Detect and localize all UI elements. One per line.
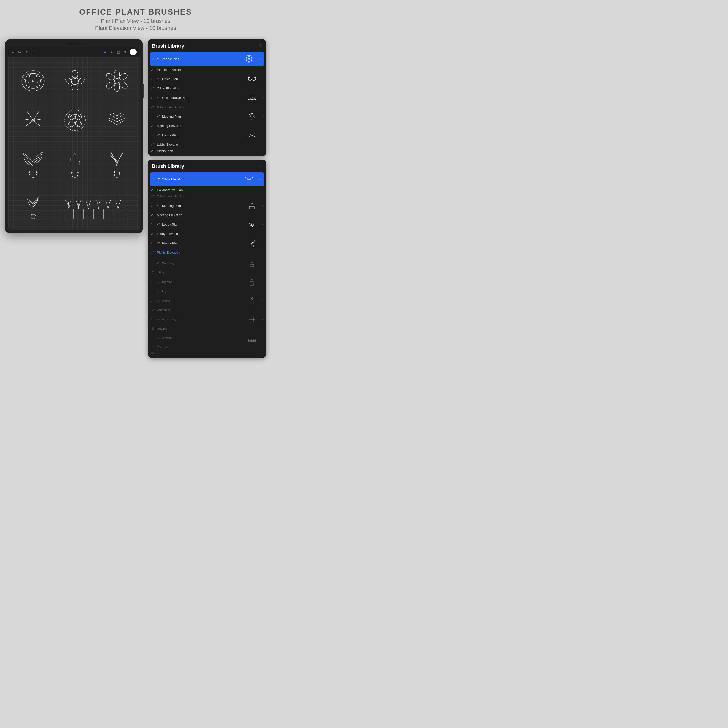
panel-1-plus[interactable]: + <box>259 43 262 49</box>
brush-item-2-lobby-elevation[interactable]: Lobby Elevation <box>148 231 266 237</box>
brush-item-2-collab-plan[interactable]: Collaborative Plan <box>148 187 266 193</box>
office-plan-label: Office Plan <box>162 77 243 81</box>
brush-icon-2-lp <box>156 222 160 226</box>
svg-point-14 <box>118 80 128 89</box>
svg-point-53 <box>152 271 154 274</box>
brush-item-people-elevation[interactable]: People Elevation <box>148 66 266 73</box>
svg-rect-50 <box>249 206 254 209</box>
panel-2-title: Brush Library <box>152 164 184 169</box>
num-2-5: 5 <box>151 262 154 265</box>
svg-rect-55 <box>152 290 154 292</box>
drawing-preview <box>245 277 259 287</box>
brush-item-2-plants-plan[interactable]: 4 Plants Plan ✓ <box>148 237 266 249</box>
svg-rect-35 <box>31 214 35 216</box>
canvas-area <box>8 57 139 230</box>
plant-1 <box>13 63 53 99</box>
plant-2 <box>55 63 95 99</box>
smudge-icon[interactable]: ✦ <box>110 50 113 55</box>
brush-item-2-charcoals[interactable]: Charcoals <box>148 344 266 350</box>
panel-1-scroll[interactable]: 1 People Plan ✓ Peopl <box>148 52 266 156</box>
check-2-9: ✓ <box>262 337 263 340</box>
2-calligraphy-label: Calligraphy <box>157 308 263 311</box>
brush-item-people-plan[interactable]: 1 People Plan ✓ <box>150 52 264 66</box>
brush-item-2-drawing[interactable]: 6 Drawing ✓ <box>148 275 266 288</box>
2-collab-elevation-label: Collaborative Elevation <box>157 195 263 198</box>
num-2-10: 10 <box>151 352 154 355</box>
brush-icon-lp <box>156 133 160 137</box>
panel-2-plus[interactable]: + <box>259 163 262 169</box>
brush-item-2-calligraphy[interactable]: Calligraphy <box>148 307 266 313</box>
brush-item-plants-plan[interactable]: Plants Plan <box>148 148 266 154</box>
check-icon-1: ✓ <box>259 57 262 61</box>
color-picker[interactable] <box>130 49 136 55</box>
svg-point-9 <box>77 76 85 85</box>
2-plants-elevation-label: Plants Elevation <box>157 251 263 254</box>
svg-point-15 <box>114 83 119 92</box>
svg-rect-52 <box>250 264 254 267</box>
brush-item-lobby-plan[interactable]: 5 Lobby Plan ✓ <box>148 129 266 141</box>
brush-icon-2-cal <box>151 308 155 312</box>
brush-item-collab-elevation[interactable]: Collaborative Elevation <box>148 104 266 110</box>
plants-plan-label: Plants Plan <box>157 149 263 153</box>
svg-point-47 <box>249 113 255 119</box>
brush-icon-2-tx <box>151 327 155 330</box>
brush-item-collab-plan[interactable]: 3 Collaborative Plan ✓ <box>148 92 266 104</box>
collab-elevation-label: Collaborative Elevation <box>157 106 263 109</box>
brush-item-2-office-elevation[interactable]: 1 Office Elevation ✓ <box>150 172 264 186</box>
num-3: 3 <box>151 96 154 99</box>
check-3: ✓ <box>262 96 263 99</box>
plant-10-tree <box>13 186 53 225</box>
brush-item-office-elevation[interactable]: Office Elevation <box>148 85 266 92</box>
layers-icon[interactable]: ⧉ <box>124 50 126 54</box>
brush-item-2-sketching[interactable]: 5 Sketching ✓ <box>148 257 266 269</box>
more-icon[interactable]: ··· <box>31 50 35 54</box>
brush-item-lobby-elevation[interactable]: Lobby Elevation <box>148 141 266 148</box>
brush-item-2-painting[interactable]: Painting <box>148 288 266 294</box>
brush-item-meeting-plan[interactable]: 4 Meeting Plan ✓ <box>148 110 266 122</box>
brush-item-2-meeting-plan[interactable]: 2 Meeting Plan ✓ <box>148 199 266 212</box>
brush-item-2-textures[interactable]: Textures <box>148 326 266 332</box>
brush-item-2-artistic[interactable]: 7 Artistic ✓ <box>148 294 266 307</box>
check-2-4: ✓ <box>262 242 263 245</box>
people-plan-preview <box>242 54 256 64</box>
eraser-icon[interactable]: ◻ <box>117 50 120 55</box>
undo-icon[interactable]: ↩ <box>11 50 15 55</box>
svg-point-48 <box>251 115 254 118</box>
svg-point-6 <box>71 84 79 90</box>
brush-item-2-meeting-elevation[interactable]: Meeting Elevation <box>148 212 266 218</box>
redo-icon[interactable]: ↪ <box>18 50 21 55</box>
svg-point-11 <box>115 78 119 83</box>
brush-item-meeting-elevation[interactable]: Meeting Elevation <box>148 122 266 129</box>
brush-icon-2-me <box>151 213 155 217</box>
brush-library-panel-1: Brush Library + 1 People Plan <box>148 39 266 156</box>
num-2-9: 9 <box>151 336 154 340</box>
2-collab-plan-label: Collaborative Plan <box>157 188 263 192</box>
brush-item-2-lobby-plan[interactable]: 3 Lobby Plan ✓ <box>148 218 266 231</box>
brush-icon-mp <box>156 115 160 118</box>
plant-7-monstera <box>13 141 53 183</box>
brush-icon-2-ce <box>151 194 155 198</box>
brush-item-2-abstract[interactable]: 9 Abstract ✓ <box>148 332 266 344</box>
lobby-elevation-label: Lobby Elevation <box>157 143 263 147</box>
brush-item-2-plants-elevation[interactable]: Plants Elevation <box>148 249 266 255</box>
brush-item-2-collab-elevation[interactable]: Collaborative Elevation <box>148 193 266 199</box>
brush-icon[interactable]: ✒ <box>104 50 107 55</box>
brush-item-office-plan[interactable]: 2 Office Plan ✓ <box>148 73 266 85</box>
plant-11-planter <box>55 186 136 225</box>
people-plan-label: People Plan <box>162 57 240 61</box>
num-2-8: 8 <box>151 318 154 321</box>
brush-item-2-num10[interactable]: 10 <box>148 350 266 356</box>
brush-icon-2-ar <box>156 298 160 303</box>
svg-point-46 <box>251 97 253 99</box>
check-2-1: ✓ <box>259 177 262 181</box>
2-drawing-label: Drawing <box>162 280 243 283</box>
brush-icon-2-le <box>151 232 155 236</box>
2-meeting-plan-label: Meeting Plan <box>162 204 243 208</box>
brush-icon-2-ink <box>151 271 155 274</box>
lobby-plan-preview <box>245 130 259 140</box>
brush-item-2-airbrushing[interactable]: 8 Airbrushing ✓ <box>148 313 266 326</box>
transform-icon[interactable]: ↗ <box>24 50 28 55</box>
svg-line-32 <box>73 156 74 156</box>
brush-item-2-inking[interactable]: Inking <box>148 269 266 275</box>
panel-2-scroll[interactable]: 1 Office Elevation ✓ <box>148 172 266 358</box>
